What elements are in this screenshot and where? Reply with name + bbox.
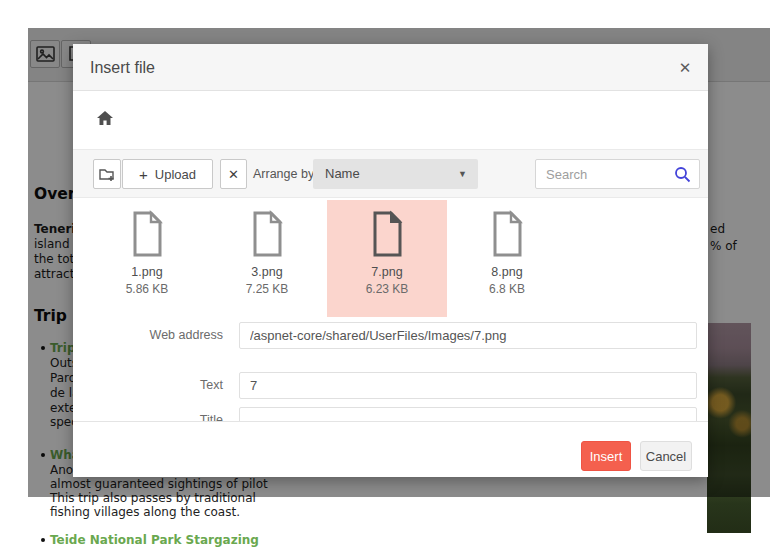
file-size: 5.86 KB xyxy=(87,282,207,296)
file-name: 7.png xyxy=(327,265,447,279)
file-size: 6.23 KB xyxy=(327,282,447,296)
file-size: 6.8 KB xyxy=(447,282,567,296)
dialog-title: Insert file xyxy=(90,44,155,91)
insert-button[interactable]: Insert xyxy=(581,441,631,471)
close-icon[interactable]: ✕ xyxy=(676,59,694,77)
file-grid: 1.png 5.86 KB 3.png 7.25 KB xyxy=(73,200,708,317)
search-input[interactable] xyxy=(536,160,672,188)
arrange-by-value: Name xyxy=(325,166,360,181)
new-folder-icon xyxy=(99,167,116,182)
file-icon xyxy=(367,210,407,258)
file-icon xyxy=(127,210,167,258)
file-tile-7png-selected[interactable]: 7.png 6.23 KB xyxy=(327,200,447,317)
file-name: 8.png xyxy=(447,265,567,279)
delete-file-button[interactable]: ✕ xyxy=(220,159,247,189)
web-address-input[interactable] xyxy=(239,322,697,349)
upload-button[interactable]: + Upload xyxy=(122,159,213,189)
file-tile-1png[interactable]: 1.png 5.86 KB xyxy=(87,200,207,317)
cancel-button[interactable]: Cancel xyxy=(640,441,692,471)
delete-icon: ✕ xyxy=(228,167,239,182)
web-address-row: Web address xyxy=(73,322,708,349)
file-name: 1.png xyxy=(87,265,207,279)
text-input[interactable] xyxy=(239,372,697,399)
file-icon xyxy=(247,210,287,258)
dialog-header: Insert file ✕ xyxy=(73,44,708,91)
doc-bullet-line: fishing villages along the coast. xyxy=(50,505,240,519)
bullet-dot xyxy=(41,538,45,542)
new-folder-button[interactable] xyxy=(93,159,121,189)
doc-link-teide-stargazing[interactable]: Teide National Park Stargazing xyxy=(50,533,259,547)
search-box xyxy=(535,159,700,189)
title-input[interactable] xyxy=(239,407,697,421)
title-row: Title xyxy=(73,407,708,421)
text-row: Text xyxy=(73,372,708,399)
plus-icon: + xyxy=(139,166,148,183)
home-breadcrumb-button[interactable] xyxy=(97,111,115,129)
file-tile-3png[interactable]: 3.png 7.25 KB xyxy=(207,200,327,317)
arrange-by-dropdown[interactable]: Name ▼ xyxy=(313,159,478,189)
file-icon xyxy=(487,210,527,258)
page: Overview Tenerife is the largest and mos… xyxy=(0,0,770,560)
dialog-body: + Upload ✕ Arrange by: Name ▼ xyxy=(73,91,708,421)
chevron-down-icon: ▼ xyxy=(458,159,467,189)
file-size: 7.25 KB xyxy=(207,282,327,296)
dialog-footer: Insert Cancel xyxy=(73,421,708,477)
filebrowser-toolbar: + Upload ✕ Arrange by: Name ▼ xyxy=(73,149,708,198)
search-icon xyxy=(674,166,691,183)
upload-button-label: Upload xyxy=(155,167,196,182)
web-address-label: Web address xyxy=(73,322,223,349)
insert-file-dialog: Insert file ✕ + Upload xyxy=(73,44,708,477)
file-name: 3.png xyxy=(207,265,327,279)
title-label: Title xyxy=(73,407,223,421)
text-label: Text xyxy=(73,372,223,399)
home-icon xyxy=(97,111,113,126)
file-tile-8png[interactable]: 8.png 6.8 KB xyxy=(447,200,567,317)
arrange-by-label: Arrange by: xyxy=(253,150,318,199)
